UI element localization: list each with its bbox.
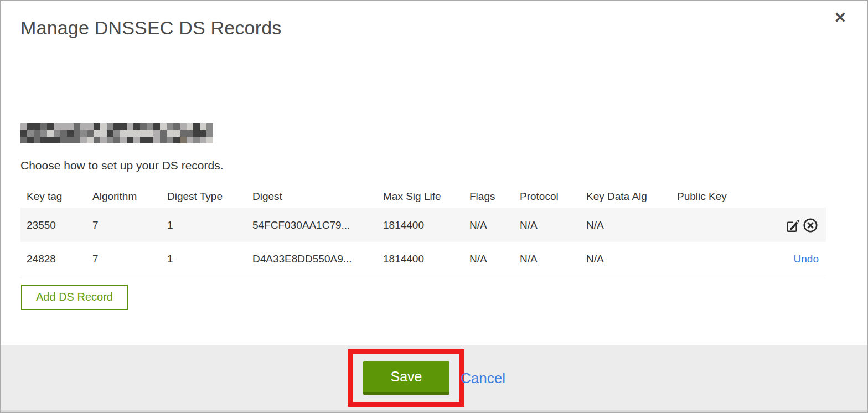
add-ds-record-button[interactable]: Add DS Record	[21, 285, 128, 310]
row-actions	[771, 217, 826, 234]
cell-key-data-alg: N/A	[580, 253, 671, 265]
cell-digest-type: 1	[161, 253, 246, 265]
cell-max-sig-life: 1814400	[377, 219, 463, 231]
manage-dnssec-modal: { "modal": { "title": "Manage DNSSEC DS …	[0, 0, 868, 413]
col-header-max-sig-life: Max Sig Life	[377, 190, 463, 203]
col-header-protocol: Protocol	[514, 190, 580, 203]
redacted-domain-name	[20, 123, 213, 143]
row-actions: Undo	[771, 253, 826, 265]
cell-algorithm: 7	[86, 219, 161, 231]
cell-digest: 54FCF030AA1C79...	[246, 219, 377, 231]
cell-key-data-alg: N/A	[580, 219, 671, 231]
col-header-key-tag: Key tag	[20, 190, 86, 203]
table-row: 23550 7 1 54FCF030AA1C79... 1814400 N/A …	[20, 208, 826, 242]
cell-max-sig-life: 1814400	[377, 253, 463, 265]
col-header-digest-type: Digest Type	[161, 190, 246, 203]
cancel-link[interactable]: Cancel	[461, 370, 505, 387]
table-row: 24828 7 1 D4A33E8DD550A9... 1814400 N/A …	[20, 242, 826, 276]
col-header-flags: Flags	[463, 190, 514, 203]
cell-flags: N/A	[463, 219, 514, 231]
cell-algorithm: 7	[86, 253, 161, 265]
save-button[interactable]: Save	[363, 361, 450, 395]
undo-link[interactable]: Undo	[794, 253, 819, 265]
cell-protocol: N/A	[514, 219, 580, 231]
cell-digest: D4A33E8DD550A9...	[246, 253, 377, 265]
modal-bottom-edge	[1, 410, 868, 413]
cell-flags: N/A	[463, 253, 514, 265]
cell-digest-type: 1	[161, 219, 246, 231]
ds-records-table: Key tag Algorithm Digest Type Digest Max…	[20, 185, 826, 276]
cell-key-tag: 23550	[20, 219, 86, 231]
col-header-digest: Digest	[246, 190, 377, 203]
close-icon[interactable]: ✕	[834, 11, 846, 25]
page-title: Manage DNSSEC DS Records	[20, 17, 282, 39]
delete-record-icon[interactable]	[802, 217, 819, 234]
col-header-public-key: Public Key	[671, 190, 771, 203]
cell-protocol: N/A	[514, 253, 580, 265]
intro-text: Choose how to set up your DS records.	[20, 159, 224, 172]
table-header-row: Key tag Algorithm Digest Type Digest Max…	[20, 185, 826, 208]
edit-record-icon[interactable]	[784, 217, 801, 234]
col-header-algorithm: Algorithm	[86, 190, 161, 203]
cell-key-tag: 24828	[20, 253, 86, 265]
col-header-key-data-alg: Key Data Alg	[580, 190, 671, 203]
